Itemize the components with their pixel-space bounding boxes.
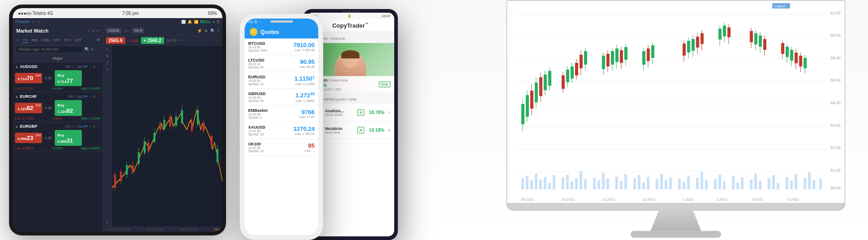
eurchf-star[interactable]: ☆	[97, 95, 100, 99]
svg-rect-72	[544, 177, 547, 190]
mw-add-icon[interactable]: +	[97, 29, 99, 33]
svg-rect-196	[795, 53, 798, 63]
eurgbp-settings[interactable]: ⊕	[93, 125, 96, 129]
chart-icon-2[interactable]: ⊟	[37, 20, 40, 24]
chart-icon-3[interactable]: +	[42, 20, 44, 24]
mw-tab-fx[interactable]: FX	[22, 38, 29, 43]
svg-rect-184	[754, 33, 757, 44]
eurgbp-footer: Low: 0.89519 +0.25% High: 0.89909	[15, 147, 100, 150]
crosshair-icon[interactable]: ⊕	[204, 29, 208, 33]
audusd-sell[interactable]: Sell 0.71470	[15, 73, 42, 83]
embasket-left: EMBasket 16:43:46 Spread: 2	[248, 108, 268, 119]
svg-rect-78	[575, 178, 578, 189]
svg-rect-119	[812, 180, 815, 189]
audusd-star-icon[interactable]: ☆	[97, 65, 100, 69]
btcusd-right: 7910.00 Low: 7 825.00	[293, 42, 315, 52]
eurgbp-plus[interactable]: +	[89, 125, 91, 129]
eurusd-spread: Spread: 24	[248, 82, 265, 86]
xauusd-symbol: XAUUSD	[248, 125, 265, 130]
tool-line[interactable]: ╱	[106, 61, 108, 65]
audusd-buy-prefix2: 0.714	[57, 80, 66, 84]
tool-text[interactable]: T	[106, 68, 108, 72]
menu-icon[interactable]: ☰	[217, 20, 220, 24]
imac-screen: 62.00 60.00 58.00 56.00 54.00 53.00 52.0…	[506, 0, 845, 204]
audusd-sltp[interactable]: SL/TP	[78, 65, 88, 69]
gbpusd-left: GBPUSD 16:43:56 Spread: 24	[248, 91, 266, 102]
svg-rect-132	[544, 75, 547, 91]
gbpusd-low: Low: 1.26841	[295, 99, 315, 102]
chart-sl-tp[interactable]: SL/TP	[167, 38, 177, 43]
search-icon[interactable]: 🔍	[85, 47, 90, 52]
chart-area	[112, 46, 222, 226]
mw-tab-stc[interactable]: STC	[63, 38, 73, 43]
audusd-settings-icon[interactable]: ⊕	[93, 65, 96, 69]
eurusd-symbol: EURUSD	[248, 75, 265, 79]
chart-wave-icon[interactable]: 〰	[179, 38, 184, 43]
mw-tab-ind[interactable]: IND	[30, 38, 39, 43]
svg-rect-79	[580, 172, 582, 190]
svg-rect-95	[669, 178, 672, 190]
mw-tab-crt[interactable]: CRT	[52, 38, 61, 43]
eurchf-settings[interactable]: ⊕	[93, 95, 96, 99]
trader-2-menu-icon[interactable]: ≡	[388, 128, 391, 133]
account-dropdown[interactable]: ▾	[213, 20, 215, 24]
eurusd-price: 1.11501	[294, 75, 315, 82]
timeframe-btn[interactable]: H1 ▾	[132, 28, 144, 34]
eurchf-plus[interactable]: +	[89, 95, 91, 99]
svg-rect-192	[786, 47, 789, 57]
eurchf-sell[interactable]: Sell 1.12482	[15, 103, 42, 113]
eurgbp-buy[interactable]: Buy 0.89831	[55, 130, 82, 146]
embasket-symbol: EMBasket	[248, 108, 268, 113]
tool-pen[interactable]: ✎	[106, 54, 109, 58]
svg-rect-97	[683, 182, 685, 189]
svg-rect-90	[642, 182, 645, 189]
svg-rect-134	[548, 71, 552, 86]
nav-icon-2[interactable]: 🔔	[188, 20, 192, 24]
svg-rect-23	[126, 165, 128, 175]
tool-share[interactable]: ⇪	[106, 221, 109, 225]
gbpusd-right: 1.27216 Low: 1.26841	[295, 91, 315, 102]
mw-star-icon[interactable]: ☆	[87, 29, 90, 33]
svg-rect-178	[723, 26, 726, 37]
eurgbp-star[interactable]: ☆	[97, 125, 100, 129]
audusd-buy[interactable]: Buy 0.71477	[55, 70, 82, 86]
mw-close-icon[interactable]: ×	[92, 29, 94, 33]
mw-tab-star[interactable]: ☆	[15, 38, 21, 43]
uk100-price: 85	[304, 142, 315, 149]
eurchf-sltp[interactable]: SL/TP	[78, 95, 88, 99]
svg-rect-107	[741, 178, 744, 190]
mw-list-icon[interactable]: ≡	[91, 47, 93, 52]
nav-icon-1[interactable]: ⬜	[181, 20, 186, 24]
eurchf-buy[interactable]: Buy 1.12492	[55, 100, 82, 116]
zoom-plus-icon[interactable]: +	[217, 29, 220, 33]
chart-icon-1[interactable]: ⊞	[32, 20, 35, 24]
mw-envelope-icon[interactable]: ✉	[97, 38, 100, 43]
account-type[interactable]: REAL	[200, 19, 212, 24]
eurchf-header: ▲ EURCHF FX 1 SL/TP + ⊕ ☆	[15, 94, 100, 99]
embasket-low: Low: 9 747	[299, 115, 315, 119]
ltcusd-symbol: LTCUSD	[248, 58, 264, 62]
eurchf-meta: FX 1 SL/TP + ⊕ ☆	[68, 95, 100, 99]
chart-price-bar: 2565.9 - 0.50 + 2566.2 SL/TP 〰	[103, 36, 222, 46]
tool-cursor[interactable]: ↖	[106, 48, 109, 52]
svg-rect-84	[606, 178, 609, 189]
svg-rect-168	[687, 41, 690, 53]
mw-tab-etf[interactable]: ETF	[74, 38, 83, 43]
svg-text:53.00: 53.00	[830, 123, 840, 128]
svg-rect-92	[656, 179, 658, 189]
iphone-header: 🪙 Quotes	[245, 25, 318, 38]
trader-1-pct: 18.70%	[369, 110, 384, 115]
audusd-plus-icon[interactable]: +	[89, 65, 91, 69]
mw-search-input[interactable]	[15, 46, 83, 53]
zoom-icon[interactable]: 🔍	[210, 29, 215, 33]
eurchf-high: High: 1.12599	[80, 117, 100, 120]
svg-text:2.2022: 2.2022	[716, 197, 727, 202]
eurgbp-sltp[interactable]: SL/TP	[78, 125, 88, 129]
indicator-icon[interactable]: ⚡	[197, 29, 202, 33]
eurgbp-sell[interactable]: Sell 0.89823	[15, 133, 42, 143]
mw-tab-cmd[interactable]: CMD	[40, 38, 51, 43]
ltcusd-left: LTCUSD 16:42:43 Spread: 60	[248, 58, 264, 69]
trader-1-menu-icon[interactable]: ≡	[388, 110, 391, 115]
audusd-spread: 0.50	[43, 76, 53, 80]
charts-dropdown[interactable]: Charts▾	[15, 19, 30, 24]
